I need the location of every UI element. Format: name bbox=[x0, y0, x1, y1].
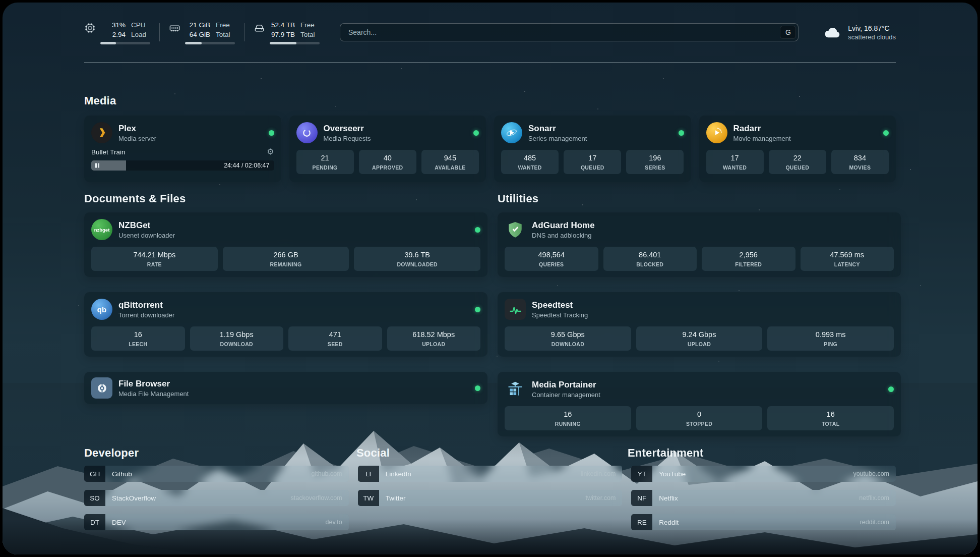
search-input[interactable] bbox=[340, 23, 799, 41]
bookmark-abbr: NF bbox=[631, 490, 652, 506]
bookmark-abbr: SO bbox=[84, 490, 105, 506]
cpu-widget: 31% 2.94 CPU Load bbox=[84, 20, 150, 44]
service-description: Series management bbox=[528, 135, 587, 142]
cpu-usage-bar bbox=[100, 42, 150, 44]
stat-box: 498,564QUERIES bbox=[505, 247, 598, 271]
bookmark-domain: netflix.com bbox=[859, 490, 896, 506]
speedtest-icon bbox=[505, 299, 526, 320]
bookmark-linkedin[interactable]: LI LinkedIn linkedin.com bbox=[358, 466, 623, 482]
stat-box: 196SERIES bbox=[626, 150, 684, 174]
documents-column: nzbget NZBGet Usenet downloader 744.21 M… bbox=[84, 212, 487, 404]
bookmark-name: Twitter bbox=[379, 490, 406, 506]
service-description: Speedtest Tracking bbox=[532, 311, 588, 319]
bookmarks-developer: GH Github github.com SO StackOverflow st… bbox=[84, 466, 349, 530]
bookmark-domain: reddit.com bbox=[860, 514, 896, 530]
service-name: Radarr bbox=[733, 124, 791, 134]
overseerr-icon bbox=[296, 122, 318, 143]
bookmarks-entertainment: YT YouTube youtube.com NF Netflix netfli… bbox=[631, 466, 896, 530]
service-card-filebrowser[interactable]: File Browser Media File Management bbox=[84, 372, 487, 404]
stat-box: 618.52 MbpsUPLOAD bbox=[387, 326, 481, 351]
memory-icon bbox=[169, 22, 180, 34]
bookmark-abbr: RE bbox=[631, 514, 652, 530]
bookmark-domain: dev.to bbox=[326, 514, 349, 530]
service-card-adguard[interactable]: AdGuard Home DNS and adblocking 498,564Q… bbox=[498, 212, 901, 277]
service-card-speedtest[interactable]: Speedtest Speedtest Tracking 9.65 GbpsDO… bbox=[498, 292, 901, 357]
bookmark-twitter[interactable]: TW Twitter twitter.com bbox=[358, 490, 623, 506]
playback-progress-bar[interactable]: 24:44 / 02:06:47 bbox=[91, 160, 274, 171]
status-dot bbox=[883, 130, 889, 136]
stat-box: 266 GBREMAINING bbox=[223, 247, 349, 271]
header-divider bbox=[84, 62, 896, 63]
bookmarks-social: LI LinkedIn linkedin.com TW Twitter twit… bbox=[358, 466, 623, 506]
pause-icon[interactable] bbox=[95, 163, 99, 168]
stat-box: 40APPROVED bbox=[359, 150, 416, 174]
snow-specks bbox=[3, 3, 4, 4]
service-name: File Browser bbox=[118, 379, 189, 389]
disk-usage-bar bbox=[270, 42, 320, 44]
gear-icon[interactable]: ⚙ bbox=[267, 148, 274, 156]
bookmark-netflix[interactable]: NF Netflix netflix.com bbox=[631, 490, 896, 506]
stat-box: 17WANTED bbox=[706, 150, 764, 174]
cpu-chip-icon bbox=[84, 22, 96, 34]
stat-box: 16TOTAL bbox=[767, 406, 894, 430]
bookmark-name: Github bbox=[105, 466, 132, 482]
nzbget-icon: nzbget bbox=[91, 219, 112, 240]
stat-box: 21PENDING bbox=[296, 150, 354, 174]
stat-box: 86,401BLOCKED bbox=[603, 247, 697, 271]
stat-box: 744.21 MbpsRATE bbox=[91, 247, 218, 271]
stat-box: 471SEED bbox=[288, 326, 382, 351]
sonarr-icon bbox=[501, 122, 522, 143]
cpu-usage-value: 31% bbox=[100, 20, 126, 30]
disk-free-label: Free bbox=[300, 20, 315, 30]
status-dot bbox=[269, 130, 274, 136]
bookmark-abbr: GH bbox=[84, 466, 105, 482]
service-card-nzbget[interactable]: nzbget NZBGet Usenet downloader 744.21 M… bbox=[84, 212, 487, 277]
service-name: Overseerr bbox=[324, 124, 371, 134]
stat-box: 47.569 msLATENCY bbox=[801, 247, 894, 271]
divider bbox=[244, 23, 244, 41]
bookmark-domain: stackoverflow.com bbox=[291, 490, 349, 506]
bookmark-domain: youtube.com bbox=[853, 466, 896, 482]
bookmark-dev[interactable]: DT DEV dev.to bbox=[84, 514, 349, 530]
status-dot bbox=[475, 227, 480, 233]
service-name: Sonarr bbox=[528, 124, 587, 134]
memory-widget: 21 GiB 64 GiB Free Total bbox=[169, 20, 235, 44]
service-card-portainer[interactable]: Media Portainer Container management 16R… bbox=[498, 372, 901, 436]
status-dot bbox=[475, 385, 480, 391]
disk-free-value: 52.4 TB bbox=[270, 20, 295, 30]
divider bbox=[159, 23, 160, 41]
service-card-overseerr[interactable]: Overseerr Media Requests 21PENDING 40APP… bbox=[289, 116, 486, 182]
bookmark-github[interactable]: GH Github github.com bbox=[84, 466, 349, 482]
bookmark-stackoverflow[interactable]: SO StackOverflow stackoverflow.com bbox=[84, 490, 349, 506]
service-card-sonarr[interactable]: Sonarr Series management 485WANTED 17QUE… bbox=[494, 116, 691, 182]
service-description: Media Requests bbox=[324, 135, 371, 142]
bookmark-abbr: TW bbox=[358, 490, 379, 506]
bookmark-reddit[interactable]: RE Reddit reddit.com bbox=[631, 514, 896, 530]
bookmark-name: DEV bbox=[105, 514, 126, 530]
status-dot bbox=[888, 386, 894, 392]
bookmark-abbr: LI bbox=[358, 466, 379, 482]
portainer-icon bbox=[505, 378, 526, 400]
utilities-column: AdGuard Home DNS and adblocking 498,564Q… bbox=[498, 212, 901, 436]
section-title-developer: Developer bbox=[84, 447, 139, 460]
service-description: Usenet downloader bbox=[118, 232, 175, 239]
weather-location: Lviv, 16.87°C bbox=[848, 24, 896, 32]
bookmark-youtube[interactable]: YT YouTube youtube.com bbox=[631, 466, 896, 482]
service-card-qbittorrent[interactable]: qb qBittorrent Torrent downloader 16LEEC… bbox=[84, 292, 487, 357]
service-description: Container management bbox=[532, 391, 600, 399]
ram-free-value: 21 GiB bbox=[185, 20, 210, 30]
status-dot bbox=[473, 130, 479, 136]
search-provider-button[interactable]: G bbox=[780, 26, 796, 39]
service-name: Media Portainer bbox=[532, 380, 600, 390]
status-dot bbox=[679, 130, 684, 136]
bookmark-name: YouTube bbox=[652, 466, 686, 482]
weather-widget: Lviv, 16.87°C scattered clouds bbox=[823, 23, 896, 42]
service-name: AdGuard Home bbox=[532, 220, 595, 231]
section-title-media: Media bbox=[84, 94, 116, 107]
stat-box: 2,956FILTERED bbox=[702, 247, 795, 271]
service-card-plex[interactable]: Plex Media server Bullet Train ⚙ 24:44 /… bbox=[84, 116, 281, 182]
bookmark-domain: github.com bbox=[312, 466, 349, 482]
stat-box: 39.6 TBDOWNLOADED bbox=[354, 247, 480, 271]
disk-total-value: 97.9 TB bbox=[270, 30, 295, 39]
service-card-radarr[interactable]: Radarr Movie management 17WANTED 22QUEUE… bbox=[699, 116, 896, 182]
